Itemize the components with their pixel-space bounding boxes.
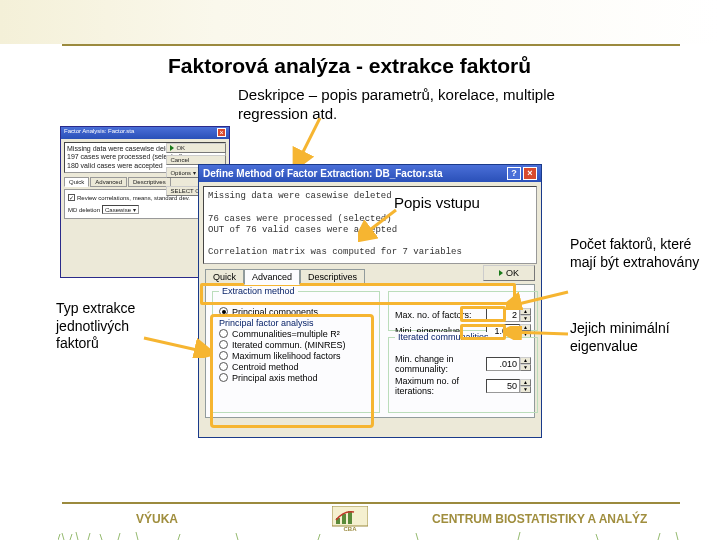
method-max-likelihood[interactable]: Maximum likelihood factors <box>219 351 373 361</box>
advanced-panel: Extraction method Principal components P… <box>205 284 535 418</box>
info-line: 76 cases were processed (selected) <box>208 214 392 224</box>
svg-line-24 <box>658 533 660 540</box>
annotation-min-eigen: Jejich minimální eigenvalue <box>570 320 710 355</box>
ok-button[interactable]: OK <box>483 265 535 281</box>
tab-descriptives[interactable]: Descriptives <box>128 177 171 187</box>
description-text: Deskripce – popis parametrů, korelace, m… <box>238 86 558 124</box>
svg-line-10 <box>58 534 60 540</box>
svg-line-19 <box>236 533 238 540</box>
dropdown-value: Casewise <box>105 207 131 213</box>
svg-rect-7 <box>342 514 346 524</box>
close-icon[interactable]: × <box>523 167 537 180</box>
footer-right: CENTRUM BIOSTATISTIKY A ANALÝZ <box>432 512 647 526</box>
slide-title: Faktorová analýza - extrakce faktorů <box>168 54 531 78</box>
tab-quick[interactable]: Quick <box>64 177 89 187</box>
spinner-up-icon[interactable]: ▲ <box>520 324 531 331</box>
min-change-input[interactable] <box>486 357 520 371</box>
chevron-down-icon: ▾ <box>133 206 136 213</box>
max-factors-label: Max. no. of factors: <box>395 310 472 320</box>
svg-line-16 <box>118 533 120 540</box>
help-icon[interactable]: ? <box>507 167 521 180</box>
titlebar[interactable]: Define Method of Factor Extraction: DB_F… <box>199 165 541 182</box>
radio-icon <box>219 340 228 349</box>
spinner-down-icon[interactable]: ▼ <box>520 315 531 322</box>
top-gradient-band <box>0 0 720 44</box>
footer-rule <box>62 502 680 504</box>
max-factors-input[interactable] <box>486 308 520 322</box>
svg-line-21 <box>416 533 418 540</box>
method-principal-components[interactable]: Principal components <box>219 307 373 317</box>
cba-logo-icon: CBA <box>332 506 368 532</box>
tab-quick[interactable]: Quick <box>205 269 244 285</box>
factor-extraction-dialog: Define Method of Factor Extraction: DB_F… <box>198 164 542 438</box>
titlebar[interactable]: Factor Analysis: Factor.sta × <box>61 127 229 139</box>
max-iter-input[interactable] <box>486 379 520 393</box>
svg-line-18 <box>178 534 180 540</box>
radio-icon <box>219 373 228 382</box>
info-line: Correlation matrix was computed for 7 va… <box>208 247 462 257</box>
spinner-up-icon[interactable]: ▲ <box>520 357 531 364</box>
factors-eigen-group: Max. no. of factors: ▲▼ Mini. eigenvalue… <box>388 291 538 331</box>
footer-left: VÝUKA <box>136 512 178 526</box>
method-principal-axis[interactable]: Principal axis method <box>219 373 373 383</box>
group-title: Iterated communalities <box>395 332 492 342</box>
svg-line-22 <box>518 532 520 540</box>
radio-icon <box>219 351 228 360</box>
min-change-spinner[interactable]: ▲▼ <box>486 357 531 371</box>
tab-advanced[interactable]: Advanced <box>90 177 127 187</box>
grass-decoration <box>58 532 684 540</box>
tab-descriptives[interactable]: Descriptives <box>300 269 365 285</box>
method-centroid[interactable]: Centroid method <box>219 362 373 372</box>
titlebar-text: Factor Analysis: Factor.sta <box>64 128 134 138</box>
svg-line-17 <box>136 532 138 540</box>
radio-icon <box>219 362 228 371</box>
max-iter-label: Maximum no. of iterations: <box>395 376 481 396</box>
radio-icon <box>219 307 228 316</box>
info-line: Missing data were casewise deleted <box>208 191 392 201</box>
svg-line-13 <box>76 532 78 540</box>
max-factors-spinner[interactable]: ▲▼ <box>486 308 531 322</box>
annotation-extraction-type: Typ extrakce jednotlivých faktorů <box>56 300 166 353</box>
extraction-method-group: Extraction method Principal components P… <box>212 291 380 413</box>
group-title: Extraction method <box>219 286 298 296</box>
svg-line-12 <box>70 534 72 540</box>
method-communalities-r2[interactable]: Communalities=multiple R² <box>219 329 373 339</box>
md-deletion-dropdown[interactable]: Casewise ▾ <box>102 205 139 214</box>
titlebar-text: Define Method of Factor Extraction: DB_F… <box>203 168 442 179</box>
spinner-down-icon[interactable]: ▼ <box>520 386 531 393</box>
method-principal-factor: Principal factor analysis <box>219 318 373 328</box>
checkbox-icon[interactable]: ✓ <box>68 194 75 201</box>
spinner-down-icon[interactable]: ▼ <box>520 364 531 371</box>
header-rule <box>62 44 680 46</box>
md-deletion-label: MD deletion <box>68 207 100 213</box>
max-iter-spinner[interactable]: ▲▼ <box>486 379 531 393</box>
svg-line-25 <box>676 532 678 540</box>
spinner-up-icon[interactable]: ▲ <box>520 308 531 315</box>
spinner-up-icon[interactable]: ▲ <box>520 379 531 386</box>
tab-advanced[interactable]: Advanced <box>244 269 300 285</box>
svg-line-15 <box>100 534 102 540</box>
iterated-communalities-group: Iterated communalities Min. change in co… <box>388 337 538 413</box>
annotation-input-desc: Popis vstupu <box>394 194 480 213</box>
ok-button[interactable]: OK <box>166 143 226 153</box>
info-line: OUT of 76 valid cases were accepted <box>208 225 397 235</box>
min-change-label: Min. change in communality: <box>395 354 481 374</box>
play-icon <box>170 145 174 151</box>
svg-line-14 <box>88 533 90 540</box>
svg-line-23 <box>596 534 598 540</box>
min-eigen-spinner[interactable]: ▲▼ <box>486 324 531 338</box>
annotation-n-factors: Počet faktorů, které mají být extrahován… <box>570 236 700 271</box>
svg-line-20 <box>318 534 320 540</box>
input-summary-box: Missing data were casewise deleted 76 ca… <box>203 186 537 264</box>
play-icon <box>499 270 503 276</box>
svg-rect-8 <box>348 511 352 524</box>
svg-line-11 <box>62 533 64 540</box>
radio-icon <box>219 329 228 338</box>
svg-line-0 <box>298 118 320 162</box>
close-icon[interactable]: × <box>217 128 226 137</box>
method-iterated-minres[interactable]: Iterated commun. (MINRES) <box>219 340 373 350</box>
